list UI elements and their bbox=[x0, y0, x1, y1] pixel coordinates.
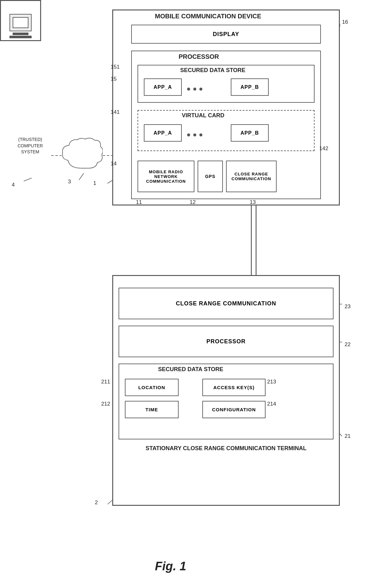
close-range-box-mobile: CLOSE RANGE COMMUNICATION bbox=[226, 161, 277, 192]
display-box: DISPLAY bbox=[131, 25, 321, 44]
num-13: 13 bbox=[250, 199, 256, 205]
app-b-top-label: APP_B bbox=[241, 84, 259, 90]
secured-data-store-stat-label: SECURED DATA STORE bbox=[158, 366, 223, 373]
app-b-vc-label: APP_B bbox=[241, 130, 259, 136]
num-21: 21 bbox=[345, 433, 351, 439]
access-key-box: ACCESS KEY(S) bbox=[202, 379, 266, 396]
access-key-label: ACCESS KEY(S) bbox=[213, 385, 255, 390]
gps-label: GPS bbox=[205, 174, 216, 179]
config-box: CONFIGURATION bbox=[202, 401, 266, 418]
num-12: 12 bbox=[190, 199, 196, 205]
dots-vc: ● ● ● bbox=[187, 131, 203, 139]
num-151: 151 bbox=[111, 64, 119, 70]
num-15: 15 bbox=[111, 76, 117, 82]
dots-top: ● ● ● bbox=[187, 85, 203, 93]
fig-label: Fig. 1 bbox=[155, 560, 186, 573]
mobile-radio-label: MOBILE RADIO NETWORK COMMUNICATION bbox=[138, 168, 194, 185]
num-16: 16 bbox=[342, 19, 348, 25]
num-212: 212 bbox=[101, 401, 110, 407]
num-4: 4 bbox=[12, 182, 15, 188]
app-a-vc: APP_A bbox=[144, 124, 182, 142]
trusted-label-text: (TRUSTED)COMPUTERSYSTEM bbox=[17, 137, 43, 154]
app-b-top: APP_B bbox=[231, 78, 269, 96]
processor-label-mobile: PROCESSOR bbox=[179, 53, 219, 60]
num-14: 14 bbox=[111, 161, 117, 167]
app-a-top-label: APP_A bbox=[154, 84, 172, 90]
mobile-device-title: MOBILE COMMUNICATION DEVICE bbox=[155, 13, 261, 20]
app-a-vc-label: APP_A bbox=[154, 130, 172, 136]
app-b-vc: APP_B bbox=[231, 124, 269, 142]
virtual-card-label: VIRTUAL CARD bbox=[182, 112, 224, 119]
num-142: 142 bbox=[319, 145, 328, 152]
processor-stat-label: PROCESSOR bbox=[206, 338, 246, 345]
gps-box: GPS bbox=[198, 161, 223, 192]
time-box: TIME bbox=[125, 401, 179, 418]
processor-box-stationary: PROCESSOR bbox=[119, 326, 334, 357]
time-label: TIME bbox=[145, 407, 158, 412]
num-11: 11 bbox=[136, 199, 142, 205]
trusted-computer-box bbox=[0, 0, 41, 41]
diagram: MOBILE COMMUNICATION DEVICE DISPLAY PROC… bbox=[0, 0, 392, 588]
trusted-computer-label: (TRUSTED)COMPUTERSYSTEM bbox=[6, 137, 55, 155]
config-label: CONFIGURATION bbox=[212, 407, 256, 412]
num-211: 211 bbox=[101, 379, 110, 385]
stat-terminal-label: STATIONARY CLOSE RANGE COMMUNICATION TER… bbox=[119, 445, 334, 452]
num-141: 141 bbox=[111, 109, 119, 115]
app-a-top: APP_A bbox=[144, 78, 182, 96]
display-label: DISPLAY bbox=[213, 31, 239, 38]
cloud-icon bbox=[60, 137, 103, 173]
location-box: LOCATION bbox=[125, 379, 179, 396]
close-range-box-stationary: CLOSE RANGE COMMUNICATION bbox=[119, 288, 334, 319]
secured-data-store-top-label: SECURED DATA STORE bbox=[180, 67, 245, 74]
close-range-stat-label: CLOSE RANGE COMMUNICATION bbox=[176, 300, 276, 307]
num-214: 214 bbox=[267, 401, 276, 407]
num-1: 1 bbox=[93, 180, 96, 187]
location-label: LOCATION bbox=[138, 385, 165, 390]
num-23: 23 bbox=[345, 303, 351, 310]
num-213: 213 bbox=[267, 379, 276, 385]
num-22: 22 bbox=[345, 341, 351, 348]
close-range-mobile-label: CLOSE RANGE COMMUNICATION bbox=[227, 170, 276, 182]
mobile-radio-box: MOBILE RADIO NETWORK COMMUNICATION bbox=[138, 161, 194, 192]
num-2: 2 bbox=[95, 499, 98, 506]
num-3: 3 bbox=[68, 179, 71, 185]
svg-line-25 bbox=[79, 173, 84, 180]
svg-line-24 bbox=[24, 178, 32, 181]
